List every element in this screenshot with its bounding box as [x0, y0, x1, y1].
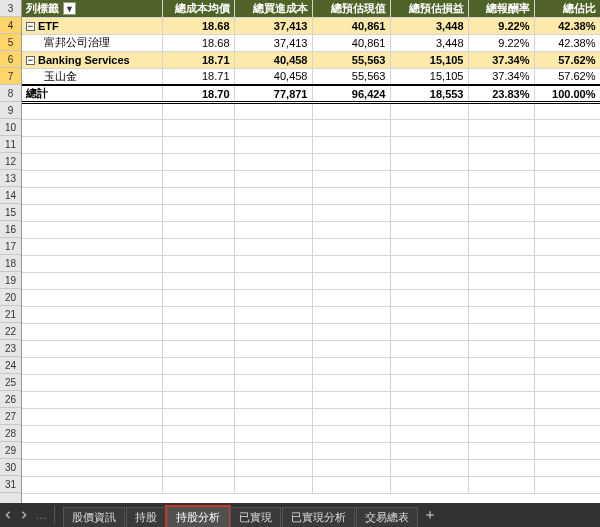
row-header[interactable]: 16	[0, 221, 21, 238]
cell[interactable]: 40,861	[312, 34, 390, 51]
cell[interactable]: 57.62%	[534, 68, 600, 85]
tab-nav-next-icon[interactable]	[16, 504, 32, 526]
cell[interactable]: 77,871	[234, 85, 312, 103]
group-row-banking[interactable]: −Banking Services 18.7140,45855,56315,10…	[22, 51, 600, 68]
tab-quote-info[interactable]: 股價資訊	[63, 507, 125, 527]
cell[interactable]: 37,413	[234, 34, 312, 51]
tab-holdings[interactable]: 持股	[126, 507, 166, 527]
row-header[interactable]: 20	[0, 289, 21, 306]
table-row[interactable]	[22, 392, 600, 409]
table-row[interactable]	[22, 256, 600, 273]
leaf-row[interactable]: 玉山金 18.7140,45855,56315,10537.34%57.62%	[22, 68, 600, 85]
table-row[interactable]	[22, 460, 600, 477]
cell[interactable]: 37,413	[234, 17, 312, 34]
row-header[interactable]: 18	[0, 255, 21, 272]
col-return[interactable]: 總報酬率	[468, 0, 534, 17]
row-header[interactable]: 24	[0, 357, 21, 374]
cell[interactable]: 15,105	[390, 51, 468, 68]
table-row[interactable]	[22, 477, 600, 494]
table-row[interactable]	[22, 239, 600, 256]
cell[interactable]: 18.71	[162, 51, 234, 68]
cell[interactable]: 40,861	[312, 17, 390, 34]
table-row[interactable]	[22, 205, 600, 222]
filter-dropdown-icon[interactable]: ▼	[63, 2, 76, 15]
leaf-row[interactable]: 富邦公司治理 18.6837,41340,8613,4489.22%42.38%	[22, 34, 600, 51]
table-row[interactable]	[22, 307, 600, 324]
table-row[interactable]	[22, 341, 600, 358]
tab-realized[interactable]: 已實現	[230, 507, 281, 527]
row-header[interactable]: 9	[0, 102, 21, 119]
row-header[interactable]: 4	[0, 17, 21, 34]
row-header[interactable]: 30	[0, 459, 21, 476]
table-row[interactable]	[22, 290, 600, 307]
row-header[interactable]: 7	[0, 68, 21, 85]
cell[interactable]: 18.71	[162, 68, 234, 85]
collapse-icon[interactable]: −	[26, 22, 35, 31]
row-header[interactable]: 29	[0, 442, 21, 459]
row-header[interactable]: 19	[0, 272, 21, 289]
cell[interactable]: 55,563	[312, 51, 390, 68]
row-header[interactable]: 28	[0, 425, 21, 442]
table-row[interactable]	[22, 443, 600, 460]
row-header[interactable]: 12	[0, 153, 21, 170]
cell[interactable]: 3,448	[390, 34, 468, 51]
row-header[interactable]: 10	[0, 119, 21, 136]
row-header[interactable]: 21	[0, 306, 21, 323]
row-header[interactable]: 25	[0, 374, 21, 391]
row-header[interactable]: 5	[0, 34, 21, 51]
cell[interactable]: 9.22%	[468, 34, 534, 51]
row-header[interactable]: 31	[0, 476, 21, 493]
row-header[interactable]: 8	[0, 85, 21, 102]
collapse-icon[interactable]: −	[26, 56, 35, 65]
cell[interactable]: 9.22%	[468, 17, 534, 34]
cell[interactable]: 40,458	[234, 68, 312, 85]
table-row[interactable]	[22, 324, 600, 341]
tab-realized-analysis[interactable]: 已實現分析	[282, 507, 355, 527]
row-header[interactable]: 27	[0, 408, 21, 425]
cell[interactable]: 37.34%	[468, 68, 534, 85]
cell[interactable]: 15,105	[390, 68, 468, 85]
cell[interactable]: 23.83%	[468, 85, 534, 103]
row-header[interactable]: 22	[0, 323, 21, 340]
row-header[interactable]: 15	[0, 204, 21, 221]
row-header[interactable]: 14	[0, 187, 21, 204]
cell[interactable]: 57.62%	[534, 51, 600, 68]
cell[interactable]: 18.68	[162, 34, 234, 51]
table-row[interactable]	[22, 273, 600, 290]
tab-overflow-icon[interactable]: …	[32, 509, 50, 521]
table-row[interactable]	[22, 222, 600, 239]
table-row[interactable]	[22, 137, 600, 154]
total-row[interactable]: 總計 18.7077,87196,42418,55323.83%100.00%	[22, 85, 600, 103]
cell[interactable]: 18.68	[162, 17, 234, 34]
cell[interactable]: 40,458	[234, 51, 312, 68]
cell[interactable]: 55,563	[312, 68, 390, 85]
add-sheet-icon[interactable]: ＋	[419, 506, 441, 524]
tab-nav-prev-icon[interactable]	[0, 504, 16, 526]
table-row[interactable]	[22, 188, 600, 205]
tab-trade-summary[interactable]: 交易總表	[356, 507, 418, 527]
cell[interactable]: 42.38%	[534, 34, 600, 51]
table-row[interactable]	[22, 426, 600, 443]
table-row[interactable]	[22, 120, 600, 137]
col-cost-avg[interactable]: 總成本均價	[162, 0, 234, 17]
col-row-labels[interactable]: 列標籤▼	[22, 0, 162, 17]
sheet[interactable]: 列標籤▼ 總成本均價 總買進成本 總預估現值 總預估損益 總報酬率 總佔比 −E…	[22, 0, 600, 503]
table-row[interactable]	[22, 154, 600, 171]
table-row[interactable]	[22, 103, 600, 120]
row-header[interactable]: 23	[0, 340, 21, 357]
table-row[interactable]	[22, 171, 600, 188]
row-header[interactable]: 26	[0, 391, 21, 408]
col-est-value[interactable]: 總預估現值	[312, 0, 390, 17]
col-est-pl[interactable]: 總預估損益	[390, 0, 468, 17]
row-header[interactable]: 13	[0, 170, 21, 187]
cell[interactable]: 18.70	[162, 85, 234, 103]
cell[interactable]: 42.38%	[534, 17, 600, 34]
cell[interactable]: 37.34%	[468, 51, 534, 68]
table-row[interactable]	[22, 358, 600, 375]
col-weight[interactable]: 總佔比	[534, 0, 600, 17]
row-header[interactable]: 17	[0, 238, 21, 255]
group-row-etf[interactable]: −ETF 18.6837,41340,8613,4489.22%42.38%	[22, 17, 600, 34]
cell[interactable]: 96,424	[312, 85, 390, 103]
row-header[interactable]: 11	[0, 136, 21, 153]
table-row[interactable]	[22, 375, 600, 392]
